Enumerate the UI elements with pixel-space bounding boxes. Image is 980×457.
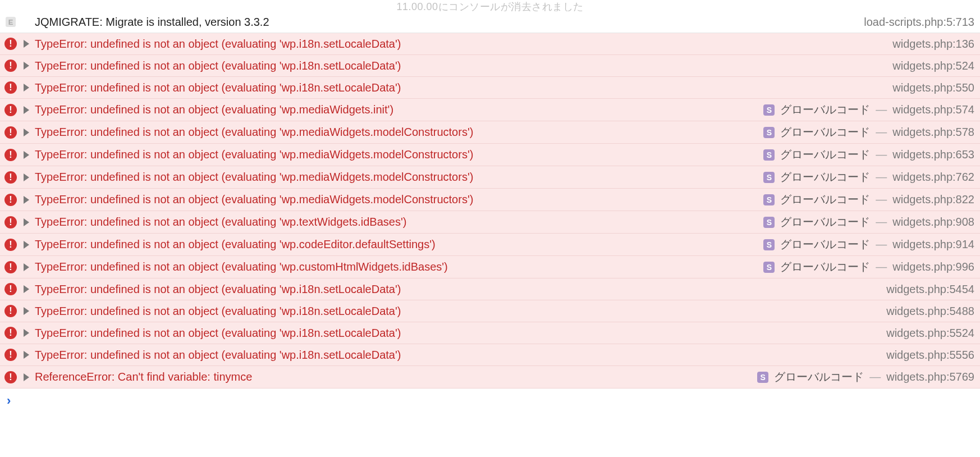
source-link[interactable]: widgets.php:5769 <box>886 371 974 383</box>
disclosure-wrap[interactable] <box>21 40 31 48</box>
error-icon: ! <box>4 171 17 184</box>
disclosure-triangle-icon[interactable] <box>24 373 29 381</box>
disclosure-triangle-icon[interactable] <box>24 285 29 293</box>
source-link[interactable]: widgets.php:5488 <box>886 305 974 318</box>
error-icon-wrap: ! <box>3 81 18 94</box>
disclosure-triangle-icon[interactable] <box>24 40 29 48</box>
console-row[interactable]: !TypeError: undefined is not an object (… <box>0 166 980 189</box>
disclosure-triangle-icon[interactable] <box>24 196 29 204</box>
disclosure-triangle-icon[interactable] <box>24 106 29 114</box>
source-link[interactable]: widgets.php:5524 <box>886 327 974 340</box>
console-prompt-row[interactable]: › <box>0 389 980 413</box>
console-row-left: !TypeError: undefined is not an object (… <box>3 261 757 273</box>
console-row[interactable]: !TypeError: undefined is not an object (… <box>0 99 980 121</box>
source-link[interactable]: widgets.php:908 <box>892 216 974 228</box>
disclosure-wrap[interactable] <box>21 373 31 381</box>
source-link[interactable]: widgets.php:550 <box>892 81 974 94</box>
console-row[interactable]: !TypeError: undefined is not an object (… <box>0 278 980 300</box>
disclosure-wrap[interactable] <box>21 241 31 249</box>
console-row[interactable]: !TypeError: undefined is not an object (… <box>0 256 980 278</box>
source-link[interactable]: widgets.php:136 <box>892 38 974 51</box>
console-message: ReferenceError: Can't find variable: tin… <box>35 371 252 383</box>
console-row[interactable]: !TypeError: undefined is not an object (… <box>0 322 980 344</box>
source-link[interactable]: widgets.php:5556 <box>886 349 974 362</box>
disclosure-triangle-icon[interactable] <box>24 241 29 249</box>
source-link[interactable]: widgets.php:5454 <box>886 283 974 296</box>
disclosure-triangle-icon[interactable] <box>24 129 29 136</box>
disclosure-triangle-icon[interactable] <box>24 218 29 226</box>
disclosure-triangle-icon[interactable] <box>24 307 29 315</box>
source-link[interactable]: widgets.php:822 <box>892 193 974 206</box>
error-icon-wrap: ! <box>3 38 18 50</box>
disclosure-wrap[interactable] <box>21 329 31 337</box>
console-row[interactable]: !TypeError: undefined is not an object (… <box>0 211 980 234</box>
console-row[interactable]: !TypeError: undefined is not an object (… <box>0 55 980 77</box>
disclosure-triangle-icon[interactable] <box>24 173 29 181</box>
console-message: TypeError: undefined is not an object (e… <box>35 103 393 116</box>
disclosure-wrap[interactable] <box>21 151 31 159</box>
console-row-right: Sグローバルコード—widgets.php:5769 <box>757 369 974 385</box>
disclosure-wrap[interactable] <box>21 173 31 181</box>
disclosure-triangle-icon[interactable] <box>24 263 29 271</box>
disclosure-triangle-icon[interactable] <box>24 84 29 92</box>
script-badge-icon: S <box>763 127 775 138</box>
console-row-left: !TypeError: undefined is not an object (… <box>3 283 880 296</box>
scope-label: グローバルコード <box>780 102 870 117</box>
console-row[interactable]: !TypeError: undefined is not an object (… <box>0 344 980 366</box>
error-icon-wrap: ! <box>3 171 18 184</box>
console-row-right: Sグローバルコード—widgets.php:914 <box>763 237 974 252</box>
disclosure-wrap[interactable] <box>21 351 31 359</box>
disclosure-wrap[interactable] <box>21 129 31 136</box>
console-message: TypeError: undefined is not an object (e… <box>35 148 473 161</box>
disclosure-wrap[interactable] <box>21 106 31 114</box>
console-message: TypeError: undefined is not an object (e… <box>35 349 401 362</box>
console-row[interactable]: !TypeError: undefined is not an object (… <box>0 189 980 211</box>
console-row[interactable]: !ReferenceError: Can't find variable: ti… <box>0 366 980 389</box>
disclosure-triangle-icon[interactable] <box>24 329 29 337</box>
disclosure-wrap[interactable] <box>21 285 31 293</box>
console-row-left: !TypeError: undefined is not an object (… <box>3 126 757 139</box>
console-row[interactable]: !TypeError: undefined is not an object (… <box>0 33 980 55</box>
error-icon-wrap: ! <box>3 239 18 251</box>
separator-dash: — <box>876 216 887 228</box>
error-icon: ! <box>4 349 17 361</box>
source-link[interactable]: load-scripts.php:5:713 <box>864 16 974 29</box>
script-badge-icon: S <box>763 217 775 228</box>
scope-label: グローバルコード <box>774 369 864 385</box>
disclosure-wrap[interactable] <box>21 218 31 226</box>
error-icon-wrap: ! <box>3 327 18 339</box>
disclosure-triangle-icon[interactable] <box>24 351 29 359</box>
error-icon: ! <box>4 81 17 94</box>
console-row[interactable]: EJQMIGRATE: Migrate is installed, versio… <box>0 11 980 33</box>
error-icon-wrap: ! <box>3 149 18 161</box>
source-link[interactable]: widgets.php:524 <box>892 60 974 72</box>
console-row[interactable]: !TypeError: undefined is not an object (… <box>0 300 980 322</box>
disclosure-wrap[interactable] <box>21 84 31 92</box>
console-log-list: EJQMIGRATE: Migrate is installed, versio… <box>0 11 980 389</box>
separator-dash: — <box>869 371 881 383</box>
console-row[interactable]: !TypeError: undefined is not an object (… <box>0 77 980 99</box>
source-link[interactable]: widgets.php:574 <box>892 103 974 116</box>
console-row[interactable]: !TypeError: undefined is not an object (… <box>0 121 980 144</box>
disclosure-wrap[interactable] <box>21 307 31 315</box>
scope-label: グローバルコード <box>780 237 870 252</box>
script-badge-icon: S <box>763 172 775 183</box>
source-link[interactable]: widgets.php:762 <box>892 171 974 184</box>
console-row[interactable]: !TypeError: undefined is not an object (… <box>0 234 980 256</box>
console-message: TypeError: undefined is not an object (e… <box>35 81 401 94</box>
console-message: TypeError: undefined is not an object (e… <box>35 238 436 251</box>
disclosure-wrap[interactable] <box>21 196 31 204</box>
disclosure-triangle-icon[interactable] <box>24 151 29 159</box>
console-row[interactable]: !TypeError: undefined is not an object (… <box>0 144 980 166</box>
source-link[interactable]: widgets.php:653 <box>892 148 974 161</box>
error-icon-wrap: ! <box>3 283 18 295</box>
disclosure-triangle-icon[interactable] <box>24 62 29 70</box>
disclosure-wrap[interactable] <box>21 62 31 70</box>
source-link[interactable]: widgets.php:578 <box>892 126 974 139</box>
separator-dash: — <box>876 238 887 251</box>
source-link[interactable]: widgets.php:996 <box>892 261 974 273</box>
disclosure-wrap[interactable] <box>21 263 31 271</box>
console-message: TypeError: undefined is not an object (e… <box>35 327 401 340</box>
console-message: TypeError: undefined is not an object (e… <box>35 171 473 184</box>
source-link[interactable]: widgets.php:914 <box>892 238 974 251</box>
